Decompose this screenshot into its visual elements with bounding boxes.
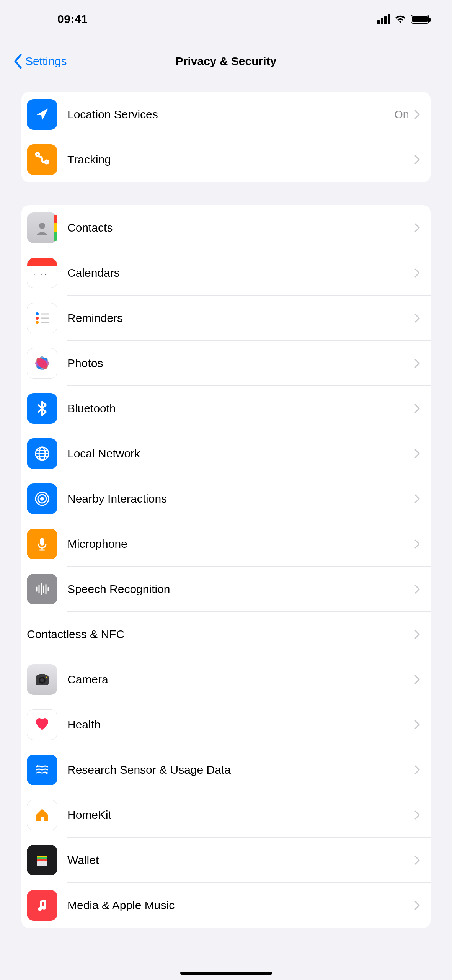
row-label: Wallet [67, 854, 414, 867]
svg-point-32 [40, 678, 44, 682]
row-value: On [394, 108, 409, 121]
calendar-icon: · · · · ·· · · · · [27, 258, 57, 288]
svg-point-3 [36, 317, 39, 320]
chevron-right-icon [414, 539, 420, 549]
chevron-right-icon [414, 630, 420, 639]
row-contacts[interactable]: Contacts [21, 205, 431, 250]
nearby-icon [27, 483, 57, 514]
row-label: Media & Apple Music [67, 899, 414, 912]
row-label: Health [67, 718, 414, 731]
row-label: Microphone [67, 537, 414, 550]
bluetooth-icon [27, 393, 57, 424]
row-label: Reminders [67, 312, 414, 325]
chevron-right-icon [414, 675, 420, 684]
microphone-icon [27, 529, 57, 559]
svg-point-35 [37, 765, 38, 767]
chevron-right-icon [414, 314, 420, 323]
row-research-sensor[interactable]: Research Sensor & Usage Data [21, 747, 431, 792]
camera-icon [27, 664, 57, 695]
back-button[interactable]: Settings [14, 54, 67, 69]
row-label: Research Sensor & Usage Data [67, 763, 414, 776]
row-homekit[interactable]: HomeKit [21, 792, 431, 838]
svg-point-33 [46, 677, 47, 678]
row-label: Contactless & NFC [27, 628, 414, 641]
globe-icon [27, 438, 57, 469]
page-title: Privacy & Security [176, 55, 276, 68]
row-calendars[interactable]: · · · · ·· · · · · Calendars [21, 250, 431, 296]
waveform-icon [27, 574, 57, 604]
photos-icon [27, 348, 57, 379]
status-bar: 09:41 [0, 0, 452, 38]
row-label: Location Services [67, 108, 394, 121]
row-contactless-nfc[interactable]: Contactless & NFC [21, 612, 431, 657]
chevron-right-icon [414, 901, 420, 910]
row-photos[interactable]: Photos [21, 341, 431, 386]
row-label: Contacts [67, 221, 414, 234]
chevron-right-icon [414, 359, 420, 368]
row-label: Calendars [67, 266, 414, 279]
row-wallet[interactable]: Wallet [21, 838, 431, 883]
row-reminders[interactable]: Reminders [21, 296, 431, 341]
row-media-apple-music[interactable]: Media & Apple Music [21, 883, 431, 928]
settings-group-2: Contacts · · · · ·· · · · · Calendars Re… [21, 205, 431, 928]
row-nearby-interactions[interactable]: Nearby Interactions [21, 476, 431, 521]
svg-rect-23 [40, 538, 44, 546]
status-indicators [377, 14, 429, 24]
row-microphone[interactable]: Microphone [21, 521, 431, 567]
status-time: 09:41 [57, 13, 88, 26]
row-label: Tracking [67, 153, 414, 166]
back-label: Settings [25, 55, 67, 68]
settings-group-1: Location Services On Tracking [21, 92, 431, 182]
svg-point-5 [36, 321, 39, 324]
row-camera[interactable]: Camera [21, 657, 431, 702]
row-location-services[interactable]: Location Services On [21, 92, 431, 137]
svg-rect-37 [41, 817, 44, 821]
row-label: Nearby Interactions [67, 492, 414, 505]
tracking-icon [27, 144, 57, 175]
home-icon [27, 800, 57, 830]
chevron-right-icon [414, 223, 420, 232]
svg-rect-34 [39, 674, 45, 676]
contacts-icon [27, 212, 57, 243]
cellular-signal-icon [377, 14, 390, 24]
row-tracking[interactable]: Tracking [21, 137, 431, 182]
chevron-right-icon [414, 720, 420, 729]
chevron-right-icon [414, 155, 420, 164]
chevron-right-icon [414, 585, 420, 594]
wifi-icon [395, 15, 406, 23]
chevron-left-icon [14, 54, 23, 69]
navigation-bar: Settings Privacy & Security [0, 38, 452, 84]
row-local-network[interactable]: Local Network [21, 431, 431, 476]
chevron-right-icon [414, 110, 420, 119]
row-speech-recognition[interactable]: Speech Recognition [21, 567, 431, 612]
svg-point-20 [40, 497, 44, 501]
battery-icon [411, 15, 429, 24]
svg-point-0 [39, 223, 45, 229]
heart-icon [27, 709, 57, 740]
row-label: Camera [67, 673, 414, 686]
chevron-right-icon [414, 404, 420, 413]
location-arrow-icon [27, 99, 57, 130]
home-indicator[interactable] [180, 972, 272, 975]
row-label: Speech Recognition [67, 583, 414, 596]
reminders-icon [27, 303, 57, 333]
row-bluetooth[interactable]: Bluetooth [21, 386, 431, 431]
row-health[interactable]: Health [21, 702, 431, 747]
wallet-icon [27, 845, 57, 875]
chevron-right-icon [414, 856, 420, 865]
row-label: HomeKit [67, 808, 414, 822]
row-label: Local Network [67, 447, 414, 460]
svg-point-1 [36, 312, 39, 315]
chevron-right-icon [414, 494, 420, 503]
sensor-data-icon [27, 755, 57, 785]
chevron-right-icon [414, 449, 420, 458]
chevron-right-icon [414, 765, 420, 774]
chevron-right-icon [414, 810, 420, 820]
row-label: Bluetooth [67, 402, 414, 415]
svg-point-36 [46, 773, 47, 774]
chevron-right-icon [414, 268, 420, 278]
music-note-icon [27, 890, 57, 921]
svg-rect-41 [37, 861, 47, 866]
row-label: Photos [67, 357, 414, 370]
